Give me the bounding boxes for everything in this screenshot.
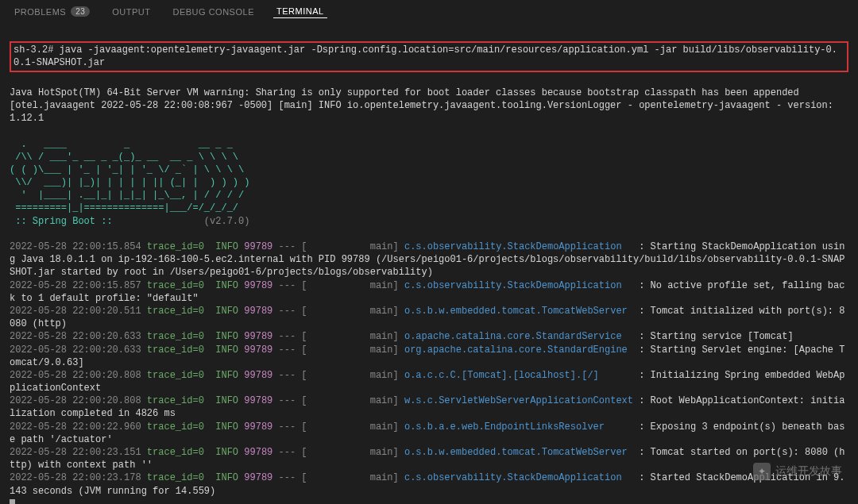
- shell-prompt: sh-3.2#: [14, 44, 60, 56]
- log-line: 2022-05-28 22:00:23.178 trace_id=0 INFO …: [10, 471, 848, 497]
- log-line: 2022-05-28 22:00:20.633 trace_id=0 INFO …: [10, 330, 848, 343]
- wechat-icon: ✦: [753, 463, 771, 480]
- log-line: 2022-05-28 22:00:15.854 trace_id=0 INFO …: [10, 240, 848, 279]
- spring-banner-l1: . ____ _ __ _ _: [10, 139, 233, 150]
- log-line: 2022-05-28 22:00:20.511 trace_id=0 INFO …: [10, 305, 848, 330]
- spring-boot-label: :: Spring Boot ::: [10, 216, 118, 227]
- log-line: 2022-05-28 22:00:23.151 trace_id=0 INFO …: [10, 446, 848, 471]
- watermark: ✦ 运维开发故事: [753, 463, 842, 480]
- spring-banner-l3: ( ( )\___ | '_ | '_| | '_ \/ _` | \ \ \ …: [10, 164, 244, 175]
- agent-version-line: [otel.javaagent 2022-05-28 22:00:08:967 …: [10, 100, 839, 124]
- log-line: 2022-05-28 22:00:15.857 trace_id=0 INFO …: [10, 279, 848, 305]
- spring-banner-l4: \\/ ___)| |_)| | | | | || (_| | ) ) ) ): [10, 177, 249, 188]
- tab-output[interactable]: OUTPUT: [109, 6, 153, 18]
- tab-terminal[interactable]: TERMINAL: [273, 5, 327, 18]
- command-text: java -javaagent:opentelemetry-javaagent.…: [14, 44, 837, 68]
- log-line: 2022-05-28 22:00:20.808 trace_id=0 INFO …: [10, 394, 848, 420]
- spring-banner-l5: ' |____| .__|_| |_|_| |_\__, | / / / /: [10, 190, 244, 201]
- problems-count-badge: 23: [71, 6, 90, 17]
- spring-boot-version: (v2.7.0): [204, 216, 250, 227]
- tab-problems-label: PROBLEMS: [14, 7, 66, 17]
- tab-problems[interactable]: PROBLEMS 23: [11, 5, 93, 18]
- panel-tabs: PROBLEMS 23 OUTPUT DEBUG CONSOLE TERMINA…: [0, 0, 858, 24]
- spring-boot-spacer: [118, 216, 204, 227]
- highlighted-command: sh-3.2# java -javaagent:opentelemetry-ja…: [10, 41, 848, 71]
- tab-debug-console[interactable]: DEBUG CONSOLE: [170, 6, 257, 18]
- terminal-output[interactable]: sh-3.2# java -javaagent:opentelemetry-ja…: [0, 24, 858, 504]
- log-line: 2022-05-28 22:00:22.960 trace_id=0 INFO …: [10, 421, 848, 446]
- watermark-text: 运维开发故事: [775, 464, 842, 479]
- terminal-cursor: [10, 499, 15, 504]
- log-output: 2022-05-28 22:00:15.854 trace_id=0 INFO …: [10, 240, 848, 498]
- log-line: 2022-05-28 22:00:20.633 trace_id=0 INFO …: [10, 344, 848, 369]
- jvm-warning: Java HotSpot(TM) 64-Bit Server VM warnin…: [10, 87, 799, 98]
- spring-banner-l6: =========|_|==============|___/=/_/_/_/: [10, 202, 238, 214]
- spring-banner-l2: /\\ / ___'_ __ _ _(_)_ __ __ _ \ \ \ \: [10, 152, 238, 163]
- log-line: 2022-05-28 22:00:20.808 trace_id=0 INFO …: [10, 369, 848, 394]
